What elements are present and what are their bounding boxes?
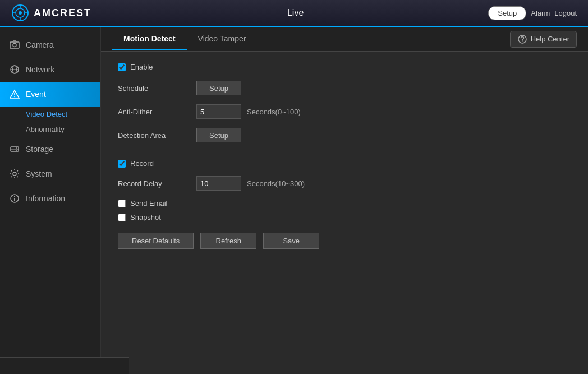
tab-motion-detect[interactable]: Motion Detect: [112, 29, 187, 50]
anti-dither-hint: Seconds(0~100): [247, 108, 301, 116]
reset-defaults-button[interactable]: Reset Defaults: [118, 233, 194, 249]
svg-point-2: [19, 11, 22, 15]
record-label: Record: [130, 159, 154, 168]
setup-button[interactable]: Setup: [488, 6, 526, 20]
anti-dither-input[interactable]: [196, 104, 241, 119]
sidebar-item-storage[interactable]: Storage: [0, 137, 100, 161]
schedule-setup-button[interactable]: Setup: [196, 81, 241, 95]
svg-point-14: [14, 96, 15, 98]
send-email-checkbox[interactable]: [118, 200, 126, 207]
svg-point-18: [16, 150, 17, 151]
snapshot-row: Snapshot: [118, 213, 571, 221]
sidebar-item-system[interactable]: System: [0, 161, 100, 186]
header: AMCREST Live Setup Alarm Logout: [0, 0, 588, 27]
record-delay-hint: Seconds(10~300): [247, 179, 305, 188]
camera-icon: [9, 39, 20, 50]
detection-area-setup-button[interactable]: Setup: [196, 128, 241, 142]
svg-point-19: [13, 172, 16, 176]
sidebar-label-storage: Storage: [26, 145, 53, 154]
header-right: Setup Alarm Logout: [488, 6, 588, 20]
record-checkbox[interactable]: [118, 160, 126, 168]
divider: [118, 151, 571, 151]
header-center: Live: [103, 8, 488, 18]
record-delay-input[interactable]: [196, 176, 241, 191]
sidebar-item-network[interactable]: Network: [0, 57, 100, 82]
sidebar-item-event[interactable]: Event: [0, 82, 100, 107]
content-area: Motion Detect Video Tamper Help Center E…: [101, 27, 588, 374]
sidebar: Camera Network Event: [0, 27, 101, 374]
help-center-button[interactable]: Help Center: [510, 31, 577, 48]
enable-row: Enable: [118, 63, 571, 71]
svg-point-8: [13, 44, 16, 47]
help-center-label: Help Center: [531, 35, 569, 43]
anti-dither-label: Anti-Dither: [118, 108, 196, 116]
send-email-label: Send Email: [130, 199, 167, 207]
sidebar-item-information[interactable]: Information: [0, 186, 100, 211]
event-icon: [9, 89, 20, 100]
sidebar-sub-video-detect[interactable]: Video Detect: [0, 107, 100, 122]
alarm-button[interactable]: Alarm: [531, 9, 550, 17]
sidebar-label-system: System: [26, 169, 52, 178]
info-icon: [9, 193, 20, 204]
record-delay-row: Record Delay Seconds(10~300): [118, 176, 571, 191]
storage-icon: [9, 144, 20, 155]
logo-text: AMCREST: [34, 7, 91, 19]
action-buttons: Reset Defaults Refresh Save: [118, 233, 571, 249]
detection-area-row: Detection Area Setup: [118, 127, 571, 143]
logout-button[interactable]: Logout: [554, 9, 577, 17]
logo-area: AMCREST: [0, 4, 103, 22]
amcrest-logo-icon: [11, 4, 29, 22]
tabs: Motion Detect Video Tamper: [112, 29, 257, 50]
help-center-icon: [517, 34, 527, 44]
svg-rect-7: [10, 42, 19, 48]
enable-checkbox[interactable]: [118, 63, 126, 71]
sidebar-item-camera[interactable]: Camera: [0, 33, 100, 57]
sidebar-sub-abnormality[interactable]: Abnormality: [0, 122, 100, 137]
sidebar-label-camera: Camera: [26, 40, 54, 49]
network-icon: [9, 64, 20, 75]
snapshot-checkbox[interactable]: [118, 214, 126, 221]
live-link[interactable]: Live: [287, 8, 304, 17]
record-delay-label: Record Delay: [118, 179, 196, 188]
schedule-label: Schedule: [118, 84, 196, 93]
refresh-button[interactable]: Refresh: [200, 233, 256, 249]
tab-bar: Motion Detect Video Tamper Help Center: [101, 27, 588, 52]
sidebar-label-event: Event: [26, 90, 46, 99]
bottom-bar: [0, 357, 129, 374]
svg-point-22: [14, 196, 15, 197]
form-area: Enable Schedule Setup Anti-Dither Second…: [101, 52, 588, 260]
record-row: Record: [118, 159, 571, 168]
main-layout: Camera Network Event: [0, 27, 588, 374]
detection-area-label: Detection Area: [118, 131, 196, 140]
snapshot-label: Snapshot: [130, 213, 161, 221]
anti-dither-row: Anti-Dither Seconds(0~100): [118, 104, 571, 119]
send-email-row: Send Email: [118, 199, 571, 207]
sidebar-label-information: Information: [26, 194, 65, 203]
schedule-row: Schedule Setup: [118, 80, 571, 96]
system-icon: [9, 168, 20, 179]
enable-label: Enable: [130, 63, 153, 71]
svg-point-17: [16, 147, 17, 149]
save-button[interactable]: Save: [263, 233, 319, 249]
sidebar-label-network: Network: [26, 65, 54, 74]
tab-video-tamper[interactable]: Video Tamper: [187, 29, 258, 50]
